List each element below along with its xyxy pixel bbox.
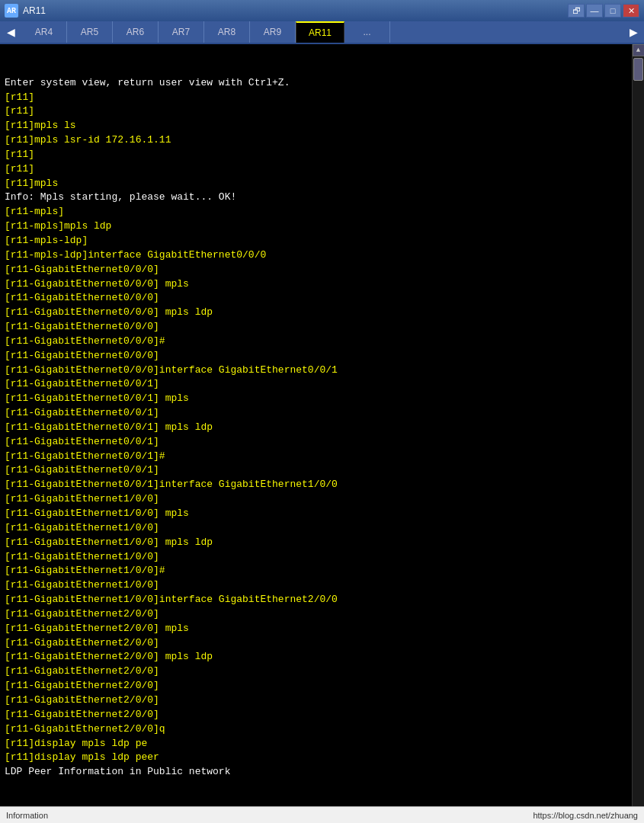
terminal-line: [r11-GigabitEthernet0/0/0] <box>5 349 627 363</box>
status-info: Information <box>6 811 48 820</box>
terminal-line: [r11-GigabitEthernet2/0/0] <box>5 679 627 693</box>
status-bar: Information https://blog.csdn.net/zhuang <box>0 806 644 823</box>
terminal-line: [r11-GigabitEthernet0/0/0] <box>5 291 627 306</box>
tab-more[interactable]: ... <box>344 21 390 43</box>
tab-left-nav[interactable]: ◀ <box>0 21 21 43</box>
terminal-line: [r11-GigabitEthernet2/0/0] <box>5 708 627 722</box>
terminal-line: [r11]display mpls ldp pe <box>5 737 627 751</box>
terminal-line: [r11-GigabitEthernet1/0/0] mpls ldp <box>5 536 627 550</box>
terminal-line: [r11-GigabitEthernet0/0/1] mpls <box>5 392 627 406</box>
terminal-line: [r11-GigabitEthernet2/0/0]q <box>5 722 627 737</box>
terminal-line: [r11-GigabitEthernet0/0/0] mpls ldp <box>5 306 627 320</box>
terminal-line: [r11-GigabitEthernet0/0/0] <box>5 263 627 277</box>
terminal-line: [r11]mpls <box>5 177 627 191</box>
terminal-line: [r11-GigabitEthernet1/0/0] <box>5 578 627 593</box>
app-icon: AR <box>5 4 18 18</box>
terminal-line: [r11-GigabitEthernet2/0/0] <box>5 664 627 679</box>
terminal-line: [r11-GigabitEthernet0/0/0] mpls <box>5 277 627 292</box>
tab-ar7[interactable]: AR7 <box>159 21 204 43</box>
scroll-thumb[interactable] <box>633 58 643 81</box>
terminal-line: [r11] <box>5 162 627 177</box>
terminal-line: [r11-mpls-ldp]interface GigabitEthernet0… <box>5 248 627 263</box>
terminal-line: [r11-GigabitEthernet2/0/0] <box>5 607 627 622</box>
terminal-line: [r11-GigabitEthernet2/0/0] <box>5 636 627 651</box>
terminal-line: [r11-GigabitEthernet0/0/1] mpls ldp <box>5 421 627 435</box>
scrollbar: ▲ ▼ <box>632 44 644 823</box>
terminal-line: Enter system view, return user view with… <box>5 76 627 91</box>
terminal-line: [r11-GigabitEthernet0/0/1]interface Giga… <box>5 478 627 492</box>
terminal-line: [r11]display mpls ldp peer <box>5 751 627 765</box>
terminal-line: [r11-GigabitEthernet1/0/0]interface Giga… <box>5 593 627 607</box>
terminal-content[interactable]: Enter system view, return user view with… <box>0 44 632 823</box>
terminal-line: [r11-GigabitEthernet0/0/0] <box>5 320 627 335</box>
status-url: https://blog.csdn.net/zhuang <box>533 811 638 820</box>
terminal-line: [r11-GigabitEthernet1/0/0] <box>5 492 627 507</box>
tab-ar9[interactable]: AR9 <box>250 21 296 43</box>
terminal-line: [r11-GigabitEthernet0/0/1] <box>5 377 627 392</box>
terminal-line: [r11-GigabitEthernet2/0/0] mpls <box>5 622 627 636</box>
terminal-line: [r11-GigabitEthernet0/0/1] <box>5 463 627 478</box>
terminal-line: [r11] <box>5 148 627 162</box>
terminal-line: [r11-mpls] <box>5 205 627 219</box>
window-controls: 🗗 — □ ✕ <box>568 4 639 18</box>
tab-bar: ◀ AR4 AR5 AR6 AR7 AR8 AR9 AR11 ... ▶ <box>0 21 644 44</box>
terminal-wrapper: Enter system view, return user view with… <box>0 44 644 823</box>
terminal-line: [r11-mpls]mpls ldp <box>5 219 627 234</box>
terminal-line: [r11-GigabitEthernet1/0/0] mpls <box>5 507 627 521</box>
terminal-line: [r11-mpls-ldp] <box>5 234 627 248</box>
tab-right-nav[interactable]: ▶ <box>623 21 644 43</box>
terminal-line: [r11-GigabitEthernet0/0/0]interface Giga… <box>5 363 627 378</box>
tab-ar11[interactable]: AR11 <box>296 21 344 43</box>
window-title: AR11 <box>23 5 568 16</box>
terminal-line: [r11-GigabitEthernet0/0/0]# <box>5 335 627 349</box>
terminal-line: [r11-GigabitEthernet1/0/0] <box>5 521 627 536</box>
terminal-line: [r11-GigabitEthernet1/0/0] <box>5 550 627 565</box>
terminal-line: [r11] <box>5 91 627 105</box>
terminal-line: [r11] <box>5 104 627 119</box>
tab-ar8[interactable]: AR8 <box>204 21 250 43</box>
close-button[interactable]: ✕ <box>623 4 639 18</box>
terminal-line: LDP Peer Information in Public network <box>5 765 627 780</box>
scroll-track <box>633 56 644 811</box>
minimize-button[interactable]: — <box>586 4 603 18</box>
terminal-line: [r11-GigabitEthernet0/0/1] <box>5 435 627 450</box>
terminal-line: [r11-GigabitEthernet2/0/0] mpls ldp <box>5 650 627 664</box>
maximize-button[interactable]: □ <box>604 4 621 18</box>
scroll-up-button[interactable]: ▲ <box>633 44 645 56</box>
tab-ar6[interactable]: AR6 <box>113 21 159 43</box>
terminal-line: [r11]mpls lsr-id 172.16.1.11 <box>5 133 627 148</box>
app-icon-label: AR <box>7 7 16 15</box>
tab-ar5[interactable]: AR5 <box>67 21 113 43</box>
title-bar: AR AR11 🗗 — □ ✕ <box>0 0 644 21</box>
terminal-line: [r11-GigabitEthernet0/0/1] <box>5 406 627 421</box>
restore-button[interactable]: 🗗 <box>568 4 585 18</box>
terminal-line: [r11-GigabitEthernet1/0/0]# <box>5 564 627 578</box>
terminal-line: Info: Mpls starting, please wait... OK! <box>5 191 627 205</box>
terminal-line: [r11-GigabitEthernet0/0/1]# <box>5 450 627 464</box>
terminal-line: [r11-GigabitEthernet2/0/0] <box>5 693 627 708</box>
terminal-line: [r11]mpls ls <box>5 119 627 133</box>
tab-ar4[interactable]: AR4 <box>21 21 67 43</box>
